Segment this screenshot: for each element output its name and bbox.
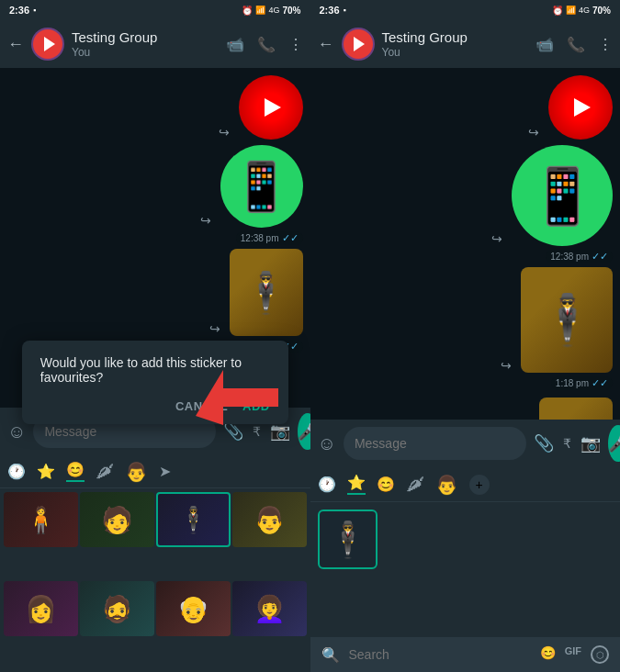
rmsg-row-2: ↪ 📱 12:38 pm ✓✓ <box>318 145 614 263</box>
attach-icon-left[interactable]: 📎 <box>223 421 243 442</box>
status-right-left: ⏰ 📶 4G 70% <box>242 6 300 16</box>
rpicker-tab-recent[interactable]: 🕐 <box>318 476 336 493</box>
avatar-left[interactable] <box>31 28 64 61</box>
yt-play-icon <box>265 98 281 117</box>
rsticker-mrbean-large[interactable]: 🕴 <box>521 267 613 373</box>
sticker-mrbean-left[interactable]: 🕴 <box>230 249 303 336</box>
input-right-left: 📎 ₹ 📷 <box>223 421 290 442</box>
back-button-right[interactable]: ← <box>318 35 334 54</box>
message-input-right[interactable] <box>344 427 526 460</box>
sticker-cell-5[interactable]: 👩 <box>4 581 78 636</box>
rupee-icon-left[interactable]: ₹ <box>253 424 261 439</box>
sticker-picker-bottom: 🕐 ⭐ 😊 🌶 👨 + 🕴 <box>310 467 621 637</box>
dialog-text: Would you like to add this sticker to fa… <box>40 355 270 385</box>
back-button-left[interactable]: ← <box>7 35 24 54</box>
battery-left: 70% <box>282 6 300 16</box>
chat-header-left: ← Testing Group You 📹 📞 ⋮ <box>0 20 310 68</box>
tick-2-left: ✓✓ <box>282 232 299 244</box>
rtick-2: ✓✓ <box>592 251 608 263</box>
rpicker-tab-plus[interactable]: + <box>469 475 490 495</box>
sticker-cell-1[interactable]: 🧍 <box>4 492 78 547</box>
input-bar-right: ☺ 📎 ₹ 📷 🎤 <box>310 420 621 467</box>
avatar-right[interactable] <box>342 28 375 61</box>
add-button[interactable]: ADD <box>242 399 270 413</box>
rsticker-youtube[interactable] <box>548 75 613 140</box>
sticker-youtube-left[interactable] <box>239 75 303 140</box>
rupee-icon-right[interactable]: ₹ <box>563 436 571 451</box>
rmsg-row-1: ↪ <box>318 75 614 140</box>
play-icon <box>44 37 55 51</box>
msg-row-2-left: ↪ 📱 12:38 pm ✓✓ <box>7 145 303 245</box>
rmsg-row-3: ↪ 🕴 1:18 pm ✓✓ <box>318 267 614 390</box>
sticker-cell-2[interactable]: 🧑 <box>80 492 154 547</box>
sticker-tab-recent[interactable]: 🕐 <box>7 463 26 480</box>
more-icon-left[interactable]: ⋮ <box>288 36 303 53</box>
call-icon-right[interactable]: 📞 <box>567 36 585 53</box>
sticker-tab-pack1[interactable]: 🌶 <box>96 461 114 482</box>
rfwd-1: ↪ <box>528 125 539 140</box>
chat-header-right: ← Testing Group You 📹 📞 ⋮ <box>310 20 621 68</box>
sticker-picker-mrbean[interactable]: 🕴 <box>318 510 378 569</box>
sticker-tabs-left: 🕐 ⭐ 😊 🌶 👨 ➤ <box>0 455 310 488</box>
rsticker-whatsapp[interactable]: 📱 <box>512 145 613 246</box>
signal-icon: 📶 <box>255 6 265 15</box>
header-info-right[interactable]: Testing Group You <box>382 29 529 59</box>
sticker-tab-emoji[interactable]: 😊 <box>66 461 85 482</box>
group-sub-left: You <box>72 46 219 59</box>
camera-icon-right[interactable]: 📷 <box>581 433 601 454</box>
dialog-overlay: Would you like to add this sticker to fa… <box>0 341 310 424</box>
sim-icon-right: ▪ <box>344 6 346 15</box>
attach-icon-right[interactable]: 📎 <box>534 433 554 454</box>
sticker-search-input[interactable] <box>349 647 531 662</box>
rpicker-tab-pack1[interactable]: 🌶 <box>406 474 424 495</box>
whatsapp-logo: 📱 <box>231 159 291 215</box>
status-bar-left: 2:36 ▪ ⏰ 📶 4G 70% <box>0 0 310 20</box>
sticker-cell-4[interactable]: 👨 <box>232 492 307 547</box>
status-right-right: ⏰ 📶 4G 70% <box>552 6 611 16</box>
sticker-tab-star[interactable]: ⭐ <box>37 463 55 480</box>
rmsg-row-4: 🕴 2:35 pm ✓✓ <box>318 398 614 420</box>
sticker-whatsapp-left[interactable]: 📱 <box>220 145 303 228</box>
wifi-icon-right: 4G <box>579 6 590 15</box>
ryt-play-icon <box>574 98 591 117</box>
sticker-tab-pack2[interactable]: 👨 <box>125 461 148 483</box>
header-info-left[interactable]: Testing Group You <box>72 29 219 59</box>
sticker-circle-icon-search[interactable]: ⬡ <box>591 645 609 664</box>
sticker-cell-7[interactable]: 👴 <box>156 581 231 636</box>
sticker-cell-3[interactable]: 🕴 <box>156 492 231 547</box>
dialog-buttons: CANCEL ADD <box>40 399 270 413</box>
camera-icon-left[interactable]: 📷 <box>270 421 290 442</box>
input-right-right: 📎 ₹ 📷 <box>534 433 601 454</box>
sticker-picker-tabs-right: 🕐 ⭐ 😊 🌶 👨 + <box>310 467 621 502</box>
cancel-button[interactable]: CANCEL <box>175 399 228 413</box>
video-icon-right[interactable]: 📹 <box>535 36 554 53</box>
smiley-icon-search[interactable]: 😊 <box>540 645 556 664</box>
rpicker-tab-pack2[interactable]: 👨 <box>435 474 458 496</box>
more-icon-right[interactable]: ⋮ <box>598 36 613 53</box>
sticker-picker-content: 🕴 <box>310 502 621 577</box>
emoji-icon-right[interactable]: ☺ <box>318 433 336 454</box>
rpicker-tab-star[interactable]: ⭐ <box>347 474 366 495</box>
sticker-cell-8[interactable]: 👩‍🦱 <box>232 581 307 636</box>
call-icon-left[interactable]: 📞 <box>257 36 276 53</box>
alarm-icon: ⏰ <box>242 6 253 16</box>
rtick-3: ✓✓ <box>592 377 608 389</box>
video-icon-left[interactable]: 📹 <box>226 36 244 53</box>
alarm-icon-right: ⏰ <box>552 6 563 16</box>
group-sub-right: You <box>382 46 529 59</box>
sticker-tab-pack3[interactable]: ➤ <box>159 463 171 480</box>
rfwd-3: ↪ <box>501 358 512 373</box>
rpicker-tab-emoji[interactable]: 😊 <box>377 476 395 493</box>
search-icon-sticker: 🔍 <box>321 646 340 664</box>
left-panel: 2:36 ▪ ⏰ 📶 4G 70% ← Testing Group You 📹 … <box>0 0 310 672</box>
status-bar-right: 2:36 ▪ ⏰ 📶 4G 70% <box>310 0 621 20</box>
gif-icon-search[interactable]: GIF <box>565 645 581 664</box>
msg-row-3-left: ↪ 🕴 1:18 pm ✓✓ <box>7 249 303 353</box>
group-title-right: Testing Group <box>382 29 529 46</box>
sim-icon: ▪ <box>33 6 36 15</box>
rsticker-mrbean-sent[interactable]: 🕴 <box>539 398 613 420</box>
sticker-grid-left: 🧍 🧑 🕴 👨 👩 🧔 👴 👩‍🦱 <box>0 488 310 672</box>
mic-button-right[interactable]: 🎤 <box>608 425 620 462</box>
forward-icon-1: ↪ <box>219 125 230 140</box>
sticker-cell-6[interactable]: 🧔 <box>80 581 154 636</box>
